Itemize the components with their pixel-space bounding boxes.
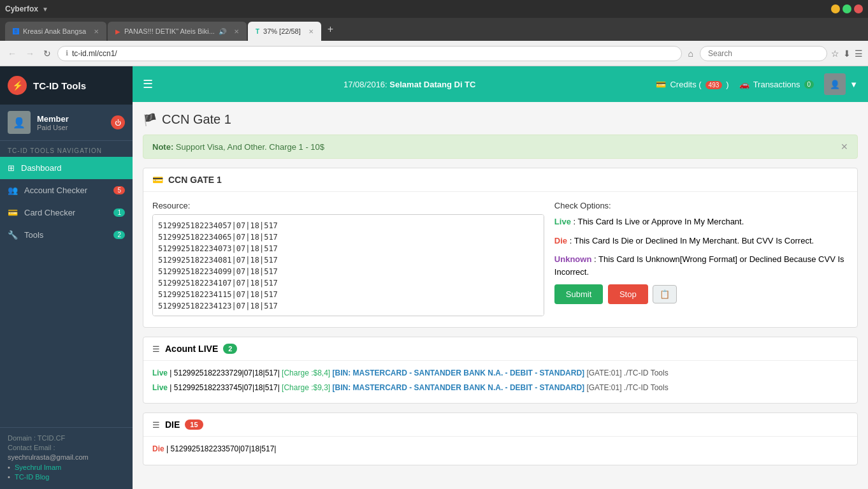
transactions-button[interactable]: 🚗 Transactions 0 [739,80,814,89]
sidebar-user: 👤 Member Paid User ⏻ [0,105,133,141]
live-label: Live [554,217,571,226]
live-results-badge: 2 [223,344,237,354]
die-list-icon: ☰ [152,420,160,430]
die-results-header: ☰ DIE 15 [143,413,857,437]
link-blog[interactable]: TC-ID Blog [15,473,49,481]
check-options-title: Check Options: [554,201,848,210]
panel-header: 💳 CCN GATE 1 [143,168,857,192]
maximize-button[interactable] [843,4,851,13]
browser-name-label: Cyberfox [5,4,38,13]
stop-button[interactable]: Stop [608,284,648,304]
live-desc: : This Card Is Live or Approve In My Mer… [574,217,744,226]
addr-icons: ☆ ⬇ ☰ [831,48,863,59]
minimize-button[interactable] [831,4,840,13]
top-nav: ☰ 17/08/2016: Selamat Datang Di TC 💳 Cre… [133,66,868,102]
die-results-badge: 15 [185,420,203,430]
user-menu-button[interactable]: 👤 ▼ [824,73,858,95]
url-bar[interactable]: ℹ tc-id.ml/ccn1/ [57,46,682,61]
tools-badge: 2 [113,231,125,239]
credits-label: Credits ( [670,80,701,89]
tab-close-panas[interactable]: ✕ [234,28,239,35]
close-button[interactable] [854,4,863,13]
sidebar-item-tools[interactable]: 🔧 Tools 2 [0,224,133,246]
resource-textarea[interactable] [152,214,544,316]
submit-button[interactable]: Submit [554,284,603,304]
sidebar-item-label-dashboard: Dashboard [21,163,62,173]
home-button[interactable]: ⌂ [686,47,696,60]
title-bar: Cyberfox ▼ [0,0,868,18]
live-results-body: Live | 5129925182233729|07|18|517| [Char… [143,361,857,403]
die-desc: : This Card Is Die or Declined In My Mer… [570,236,814,245]
sidebar-item-dashboard[interactable]: ⊞ Dashboard [0,157,133,179]
refresh-button[interactable]: ↻ [41,47,54,60]
tab-close-kreasi[interactable]: ✕ [94,28,99,35]
panel-title: CCN GATE 1 [168,175,222,185]
resource-section: Resource: [152,201,544,318]
check-option-live: Live : This Card Is Live or Approve In M… [554,215,848,228]
sidebar-item-account-checker[interactable]: 👥 Account Checker 5 [0,179,133,201]
panel-card-icon: 💳 [152,175,163,185]
clipboard-button[interactable]: 📋 [653,285,677,303]
card-checker-badge: 1 [113,208,125,217]
resource-check-container: Resource: Check Options: Live : This Car… [152,201,848,318]
tab-bar: 🅱 Kreasi Anak Bangsa ✕ ▶ PANAS!!! DETIK"… [0,18,868,41]
sidebar-header: ⚡ TC-ID Tools [0,66,133,105]
live-list-icon: ☰ [152,344,160,354]
unknown-desc: : This Card Is Unknown[Wrong Format] or … [554,254,844,277]
account-checker-icon: 👥 [8,186,18,195]
live-results-title: Acount LIVE [165,344,218,354]
address-bar: ← → ↻ ℹ tc-id.ml/ccn1/ ⌂ ☆ ⬇ ☰ [0,41,868,66]
back-button[interactable]: ← [5,47,19,60]
hamburger-icon[interactable]: ☰ [143,77,153,91]
check-option-unknown: Unknown : This Card Is Unknown[Wrong For… [554,253,848,278]
credits-button[interactable]: 💳 Credits ( 493 ) [656,80,728,89]
menu-icon[interactable]: ☰ [855,48,863,59]
dashboard-icon: ⊞ [8,163,15,173]
alert-banner: Note: Support Visa, And Other. Charge 1 … [143,135,858,159]
bookmark-icon[interactable]: ☆ [831,48,839,59]
tab-audio-icon: 🔊 [219,28,226,35]
live-results-panel: ☰ Acount LIVE 2 Live | 5129925182233729|… [143,337,858,404]
power-button[interactable]: ⏻ [111,115,125,129]
sidebar-item-label-account: Account Checker [24,186,87,195]
tab-panas[interactable]: ▶ PANAS!!! DETIK" Ateis Biki... 🔊 ✕ [108,22,247,41]
sidebar-item-card-checker[interactable]: 💳 Card Checker 1 [0,201,133,224]
avatar: 👤 [8,111,31,134]
ccn-gate-panel: 💳 CCN GATE 1 Resource: Check Options: Li… [143,168,858,328]
download-icon[interactable]: ⬇ [843,48,851,59]
page-title-container: 🏴 CCN Gate 1 [143,112,858,127]
live-results-header: ☰ Acount LIVE 2 [143,337,857,361]
die-result-row: Die | 5129925182233570|07|18|517| [152,443,848,455]
alert-text: Note: Support Visa, And Other. Charge 1 … [152,142,324,152]
tab-kreasi[interactable]: 🅱 Kreasi Anak Bangsa ✕ [5,22,106,41]
email-value: syechrulrasta@gmail.com [8,453,125,461]
tab-label-active: 37% [22/58] [263,27,301,35]
credits-icon: 💳 [656,80,666,89]
forward-button[interactable]: → [23,47,37,60]
tab-icon-kreasi: 🅱 [13,28,19,35]
tab-active[interactable]: T 37% [22/58] ✕ [248,22,321,41]
die-results-title: DIE [165,420,180,430]
nav-date: 17/08/2016: [344,80,387,89]
transactions-label: Transactions [753,80,800,89]
new-tab-button[interactable]: + [322,24,338,35]
user-name: Member [37,114,105,124]
live-result-row: Live | 5129925182233729|07|18|517| [Char… [152,367,848,379]
email-label: Contact Email : [8,444,125,451]
sidebar-title: TC-ID Tools [33,80,86,91]
account-checker-badge: 5 [113,186,125,194]
tools-icon: 🔧 [8,230,18,240]
browser-version: ▼ [42,6,48,13]
alert-close-button[interactable]: ✕ [841,142,848,152]
sidebar-logo-icon: ⚡ [8,76,27,95]
main-content: 🏴 CCN Gate 1 Note: Support Visa, And Oth… [133,102,868,489]
resource-label: Resource: [152,201,544,210]
tab-close-active[interactable]: ✕ [308,28,314,35]
flag-icon: 🏴 [143,113,157,127]
search-input[interactable] [700,46,827,61]
card-checker-icon: 💳 [8,208,18,217]
lock-icon: ℹ [66,49,68,57]
link-syechrul[interactable]: Syechrul Imam [15,463,61,471]
unknown-label: Unknown [554,254,592,264]
url-text: tc-id.ml/ccn1/ [72,49,674,58]
